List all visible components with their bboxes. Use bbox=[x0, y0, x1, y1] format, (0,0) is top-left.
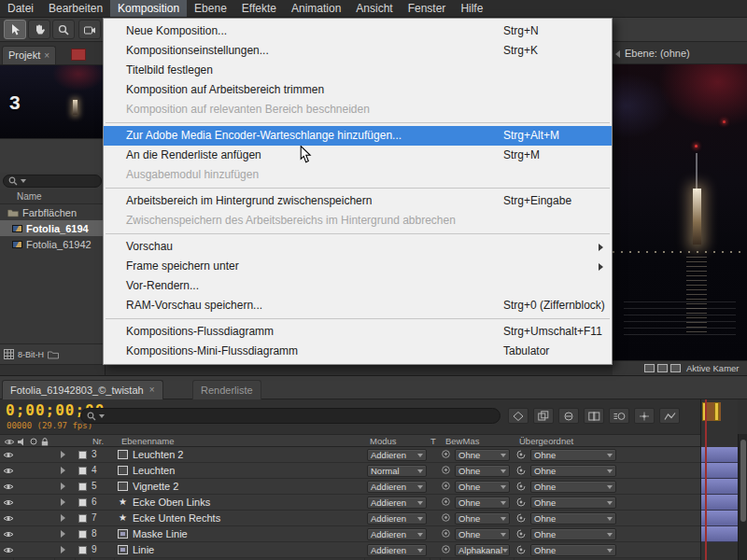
expander-icon[interactable] bbox=[61, 498, 65, 506]
list-item-folder[interactable]: Farbflächen bbox=[0, 204, 105, 220]
layer-row[interactable]: 5 Vignette 2 Addieren Ohne Ohne bbox=[0, 479, 700, 495]
timeline-graph-area[interactable] bbox=[700, 399, 738, 560]
list-item-footage[interactable]: Fotolia_61942 bbox=[0, 236, 105, 252]
tab-renderliste[interactable]: Renderliste bbox=[192, 380, 261, 399]
close-icon[interactable]: × bbox=[149, 385, 155, 395]
track-matte-dropdown[interactable]: Ohne bbox=[455, 465, 510, 477]
menu-hilfe[interactable]: Hilfe bbox=[453, 0, 490, 17]
expander-icon[interactable] bbox=[61, 546, 65, 553]
bit-depth-button[interactable]: 8-Bit-H bbox=[18, 350, 44, 359]
track-matte-dropdown[interactable]: Ohne bbox=[455, 481, 510, 493]
parent-dropdown[interactable]: Ohne bbox=[530, 465, 616, 477]
menu-item-frame-speichern[interactable]: Frame speichern unter bbox=[104, 257, 612, 276]
work-area-handle[interactable] bbox=[714, 402, 719, 421]
expander-icon[interactable] bbox=[61, 530, 65, 538]
view-option-box-icon[interactable] bbox=[644, 364, 655, 372]
label-color-chip[interactable] bbox=[78, 483, 87, 491]
layer-name[interactable]: Vignette 2 bbox=[133, 481, 178, 492]
expander-icon[interactable] bbox=[61, 483, 65, 490]
active-camera-select[interactable]: Aktive Kamer bbox=[686, 363, 740, 373]
project-search-input[interactable] bbox=[3, 175, 102, 188]
zoom-tool-button[interactable] bbox=[52, 20, 75, 39]
menu-animation[interactable]: Animation bbox=[284, 0, 348, 17]
visibility-eye-icon[interactable] bbox=[3, 498, 14, 507]
brainstorm-button[interactable] bbox=[634, 408, 655, 424]
menu-bearbeiten[interactable]: Bearbeiten bbox=[41, 0, 110, 17]
menu-ebene[interactable]: Ebene bbox=[187, 0, 234, 17]
expander-icon[interactable] bbox=[61, 451, 65, 458]
view-option-box-icon[interactable] bbox=[657, 364, 668, 372]
menu-item-arbeitsbereich-zwischenspeichern[interactable]: Arbeitsbereich im Hintergrund zwischensp… bbox=[104, 191, 612, 211]
close-icon[interactable]: × bbox=[44, 51, 49, 61]
menu-item-mini-flussdiagramm[interactable]: Kompositions-Mini-FlussdiagrammTabulator bbox=[104, 342, 612, 361]
label-color-chip[interactable] bbox=[78, 514, 87, 523]
layer-name[interactable]: Leuchten 2 bbox=[133, 449, 183, 460]
parent-dropdown[interactable]: Ohne bbox=[530, 449, 616, 461]
parent-dropdown[interactable]: Ohne bbox=[530, 544, 616, 556]
visibility-eye-icon[interactable] bbox=[3, 514, 14, 523]
tab-ebene[interactable]: Ebene: (ohne) bbox=[625, 48, 690, 59]
menu-item-vor-rendern[interactable]: Vor-Rendern... bbox=[104, 276, 612, 296]
motion-blur-button[interactable] bbox=[609, 408, 629, 424]
layer-row[interactable]: 6 ★ Ecke Oben Links Addieren Ohne Ohne bbox=[0, 495, 700, 511]
pick-whip-icon[interactable] bbox=[516, 450, 526, 459]
pick-whip-icon[interactable] bbox=[516, 466, 526, 475]
menu-item-flussdiagramm[interactable]: Kompositions-FlussdiagrammStrg+Umschalt+… bbox=[104, 322, 612, 342]
camera-tool-button[interactable] bbox=[78, 20, 101, 39]
blend-mode-dropdown[interactable]: Addieren bbox=[367, 544, 427, 556]
track-matte-dropdown[interactable]: Alphakanal bbox=[455, 544, 510, 556]
menu-item-adobe-media-encoder[interactable]: Zur Adobe Media Encoder-Warteschlange hi… bbox=[104, 126, 612, 146]
selection-tool-button[interactable] bbox=[4, 20, 26, 39]
layer-name[interactable]: Linie bbox=[133, 544, 154, 555]
hide-shy-layers-button[interactable] bbox=[558, 408, 579, 424]
layer-row[interactable]: 4 Leuchten Normal Ohne Ohne bbox=[0, 463, 700, 479]
label-color-chip[interactable] bbox=[78, 498, 87, 507]
track-matte-dropdown[interactable]: Ohne bbox=[455, 497, 510, 509]
menu-item-renderliste-anfuegen[interactable]: An die Renderliste anfügenStrg+M bbox=[104, 146, 612, 165]
menu-datei[interactable]: Datei bbox=[0, 0, 41, 17]
menu-ansicht[interactable]: Ansicht bbox=[348, 0, 400, 17]
menu-item-ram-vorschau-speichern[interactable]: RAM-Vorschau speichern...Strg+0 (Ziffern… bbox=[104, 296, 612, 315]
chevron-left-icon[interactable] bbox=[615, 50, 620, 58]
expander-icon[interactable] bbox=[61, 467, 65, 474]
timeline-search-input[interactable] bbox=[80, 408, 500, 424]
parent-dropdown[interactable]: Ohne bbox=[530, 481, 616, 493]
draft-3d-button[interactable] bbox=[533, 408, 554, 424]
pick-whip-icon[interactable] bbox=[516, 482, 526, 491]
label-color-chip[interactable] bbox=[78, 530, 87, 539]
track-matte-dropdown[interactable]: Ohne bbox=[455, 512, 510, 525]
blend-mode-dropdown[interactable]: Addieren bbox=[367, 512, 427, 525]
hand-tool-button[interactable] bbox=[28, 20, 50, 39]
visibility-eye-icon[interactable] bbox=[3, 483, 14, 491]
layer-row[interactable]: 7 ★ Ecke Unten Rechts Addieren Ohne Ohne bbox=[0, 511, 700, 526]
new-folder-icon[interactable] bbox=[48, 350, 59, 359]
visibility-eye-icon[interactable] bbox=[3, 530, 14, 539]
graph-editor-button[interactable] bbox=[659, 408, 680, 424]
label-color-chip[interactable] bbox=[78, 451, 87, 459]
layer-name[interactable]: Ecke Unten Rechts bbox=[133, 512, 220, 524]
menu-fenster[interactable]: Fenster bbox=[401, 0, 454, 17]
view-option-box-icon[interactable] bbox=[670, 364, 681, 372]
pick-whip-icon[interactable] bbox=[516, 513, 526, 523]
blend-mode-dropdown[interactable]: Addieren bbox=[367, 481, 427, 493]
layer-name[interactable]: Leuchten bbox=[133, 465, 175, 476]
menu-komposition[interactable]: Komposition bbox=[110, 0, 187, 17]
tab-composition[interactable]: Fotolia_61942803_©_twistah × bbox=[2, 380, 163, 399]
search-options-caret-icon[interactable] bbox=[99, 414, 105, 418]
menu-item-neue-komposition[interactable]: Neue Komposition...Strg+N bbox=[104, 21, 612, 41]
blend-mode-dropdown[interactable]: Addieren bbox=[367, 528, 427, 540]
pick-whip-icon[interactable] bbox=[516, 497, 526, 507]
layer-name[interactable]: Maske Linie bbox=[133, 528, 188, 539]
scrollbar-thumb[interactable] bbox=[740, 440, 746, 522]
blend-mode-dropdown[interactable]: Addieren bbox=[367, 497, 427, 509]
visibility-eye-icon[interactable] bbox=[3, 467, 14, 475]
pick-whip-icon[interactable] bbox=[516, 529, 526, 539]
expander-icon[interactable] bbox=[61, 514, 65, 522]
layer-row[interactable]: 9 Linie Addieren Alphakanal Ohne bbox=[0, 542, 700, 558]
menu-effekte[interactable]: Effekte bbox=[234, 0, 284, 17]
menu-item-auf-arbeitsbereich-trimmen[interactable]: Komposition auf Arbeitsbereich trimmen bbox=[104, 80, 612, 100]
track-matte-dropdown[interactable]: Ohne bbox=[455, 449, 510, 461]
label-color-chip[interactable] bbox=[78, 467, 87, 475]
comp-mini-flowchart-button[interactable] bbox=[508, 408, 529, 424]
blend-mode-dropdown[interactable]: Normal bbox=[367, 465, 427, 477]
